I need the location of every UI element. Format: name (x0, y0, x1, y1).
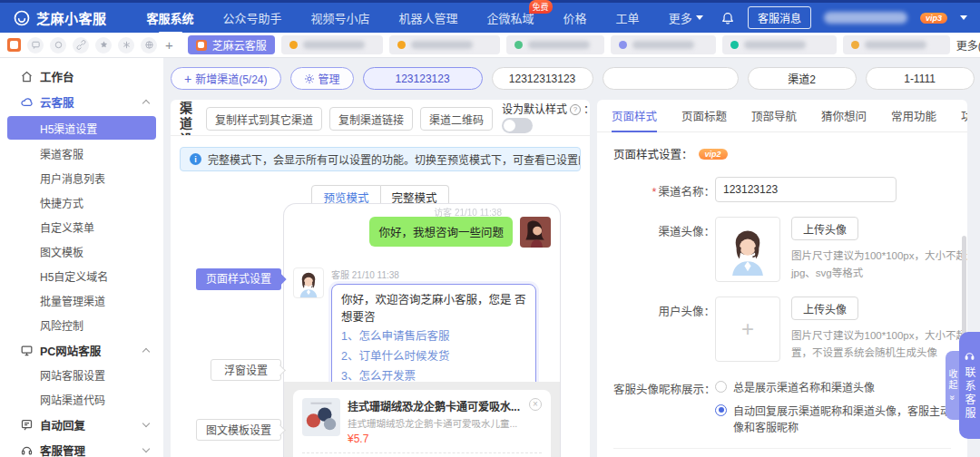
channel-pill-active[interactable]: 123123123 (363, 67, 483, 90)
tab-page-style[interactable]: 页面样式 (612, 100, 657, 132)
channel-avatar-label: 渠道头像： (613, 217, 715, 282)
tab-redacted-4[interactable] (611, 35, 716, 54)
channel-pill-2[interactable]: 12312313123 (492, 67, 593, 90)
default-style-toggle[interactable] (502, 118, 533, 133)
avatar-upload-hint: 图片尺寸建议为100*100px，大小不超过100kb，支持png、jpg、sv… (791, 248, 967, 282)
tab-redacted-3[interactable] (506, 35, 604, 54)
kefu-message-button[interactable]: 客服消息 (748, 6, 811, 29)
contact-kefu-button[interactable]: 联系客服 (959, 332, 980, 439)
sidebar-item-custom-menu[interactable]: 自定义菜单 (0, 215, 163, 239)
tab-function-settings[interactable]: 功能设置 (961, 100, 967, 132)
chat-bubble-icon[interactable] (27, 37, 44, 53)
tab-redacted-1[interactable] (281, 35, 383, 54)
tab-dot (851, 41, 859, 49)
brand-logo-icon (13, 9, 31, 27)
visitor-avatar (520, 217, 551, 248)
copy-style-button[interactable]: 复制样式到其它渠道 (206, 107, 322, 131)
close-icon[interactable]: × (529, 398, 542, 411)
label-article-template-settings[interactable]: 图文模板设置 (196, 419, 281, 441)
channel-pill-4[interactable]: 渠道2 (748, 67, 857, 90)
sidebar-item-user-message-list[interactable]: 用户消息列表 (0, 166, 163, 190)
main-content: +新增渠道(5/24) 管理 123123123 12312313123 渠道2… (163, 58, 980, 457)
add-channel-button[interactable]: +新增渠道(5/24) (171, 67, 281, 90)
upload-avatar-button[interactable]: 上传头像 (791, 217, 858, 240)
sidebar-item-website-channel-code[interactable]: 网站渠道代码 (0, 387, 163, 412)
faq-link-1[interactable]: 1、怎么申请售后客服 (341, 327, 526, 347)
sidebar-item-batch-manage-channels[interactable]: 批量管理渠道 (0, 288, 163, 313)
ring-icon[interactable] (50, 37, 66, 53)
add-tab-icon[interactable]: + (165, 37, 173, 53)
link-icon[interactable] (73, 37, 89, 53)
navbar-right: 客服消息 vip3 (720, 6, 967, 29)
upload-user-avatar-button[interactable]: 上传头像 (791, 297, 858, 320)
tab-common-functions[interactable]: 常用功能 (891, 100, 936, 132)
qrcode-button[interactable]: 渠道二维码 (420, 107, 493, 131)
label-page-style-settings[interactable]: 页面样式设置 (196, 268, 281, 290)
tab-redacted-2[interactable] (389, 35, 500, 54)
collapse-handle[interactable]: 收起 » (946, 351, 959, 420)
copy-link-button[interactable]: 复制渠道链接 (329, 107, 413, 131)
help-icon[interactable]: ? (570, 104, 581, 115)
sidebar-item-h5-custom-domain[interactable]: H5自定义域名 (0, 264, 163, 288)
tab-zhima-cloud-kefu[interactable]: 芝麻云客服 (188, 35, 275, 54)
menu-qiwei[interactable]: 企微私域免费 (487, 9, 534, 26)
agent-bubble[interactable]: 你好，欢迎咨询芝麻小客服，您是 否想要咨 1、怎么申请售后客服 2、订单什么时候… (331, 284, 536, 394)
tab-page-title[interactable]: 页面标题 (681, 100, 727, 132)
caret-down-icon (696, 15, 703, 20)
sidebar-item-h5-channel-settings[interactable]: H5渠道设置 (7, 116, 156, 140)
sidebar-item-channel-kefu[interactable]: 渠道客服 (0, 141, 163, 166)
channel-pill-5[interactable]: 1-1111 (866, 67, 975, 90)
sidebar-section-kefu-manage[interactable]: 客服管理 (0, 437, 163, 457)
menu-gongdan[interactable]: 工单 (616, 9, 640, 26)
default-style-block: 设为默认样式?： (502, 104, 590, 133)
sidebar-item-website-kefu-settings[interactable]: 网站客服设置 (0, 363, 163, 387)
headset-icon (964, 350, 975, 362)
product-price: ¥5.7 (348, 433, 522, 445)
manage-channels-button[interactable]: 管理 (290, 67, 354, 90)
sidebar-section-auto-reply[interactable]: 自动回复 (0, 412, 163, 437)
menu-more[interactable]: 更多 (669, 9, 703, 26)
globe-icon[interactable] (141, 37, 157, 53)
tab-top-nav[interactable]: 顶部导航 (751, 100, 797, 132)
info-icon: i (190, 153, 201, 165)
menu-shipinhao[interactable]: 视频号小店 (311, 9, 370, 26)
tab-guess-questions[interactable]: 猜你想问 (821, 100, 867, 132)
pin-icon[interactable] (95, 37, 112, 53)
radio-auto-reply-show[interactable]: 自动回复展示渠道昵称和渠道头像，客服主动回复展示客服头像和客服昵称 (715, 404, 967, 437)
panel-scrollbar[interactable] (962, 236, 966, 340)
asterisk-icon[interactable] (118, 37, 134, 53)
menu-price[interactable]: 价格 (564, 9, 587, 26)
channel-editor-card: 渠道设置 复制样式到其它渠道 复制渠道链接 渠道二维码 设为默认样式?： i 完… (171, 100, 590, 457)
menu-gongzhonghao[interactable]: 公众号助手 (223, 9, 282, 26)
tab-redacted-5[interactable] (722, 35, 837, 54)
channel-name-input[interactable] (715, 177, 897, 202)
sidebar-item-shortcuts[interactable]: 快捷方式 (0, 190, 163, 215)
account-name-redacted (824, 12, 907, 24)
account-caret-down-icon[interactable] (960, 15, 967, 20)
sidebar-item-article-template[interactable]: 图文模板 (0, 239, 163, 264)
menu-kefu-system[interactable]: 客服系统 (147, 9, 194, 26)
channel-pill-3-empty[interactable] (603, 67, 739, 90)
product-thumbnail (302, 398, 340, 436)
sidebar-item-workbench[interactable]: 工作台 (0, 63, 163, 89)
sidebar-section-cloud-kefu[interactable]: 云客服 (0, 89, 163, 114)
sidebar-item-risk-control[interactable]: 风险控制 (0, 313, 163, 337)
monitor-icon (20, 344, 34, 357)
save-area: 保存 (613, 448, 951, 457)
tab-dot (619, 41, 627, 49)
display-mode-radios: 总是展示渠道名称和渠道头像 自动回复展示渠道昵称和渠道头像，客服主动回复展示客服… (715, 374, 967, 437)
brand-name: 芝麻小客服 (36, 8, 107, 27)
menu-robot[interactable]: 机器人管理 (399, 9, 458, 26)
phone-preview: 访客 21/10 11:38 你好，我想咨询一些问题 客服 21/10 11:3… (283, 203, 561, 457)
sidebar-section-pc-website-kefu[interactable]: PC网站客服 (0, 337, 163, 363)
label-float-window-settings[interactable]: 浮窗设置 (211, 359, 281, 381)
tabbar-more-button[interactable]: 更多(8) (956, 37, 980, 53)
product-title: 挂式珊瑚绒恐龙企鹅卡通可爱吸水... (348, 398, 522, 413)
tab-redacted-6[interactable] (843, 35, 950, 54)
sidebar: 工作台 云客服 H5渠道设置 渠道客服 用户消息列表 快捷方式 自定义菜单 图文… (0, 58, 163, 457)
bell-icon[interactable] (720, 11, 735, 25)
user-avatar-upload-box[interactable]: + (715, 297, 780, 362)
faq-link-2[interactable]: 2、订单什么时候发货 (341, 347, 526, 367)
radio-always-show[interactable]: 总是展示渠道名称和渠道头像 (715, 380, 967, 397)
dashed-divider (302, 452, 542, 453)
